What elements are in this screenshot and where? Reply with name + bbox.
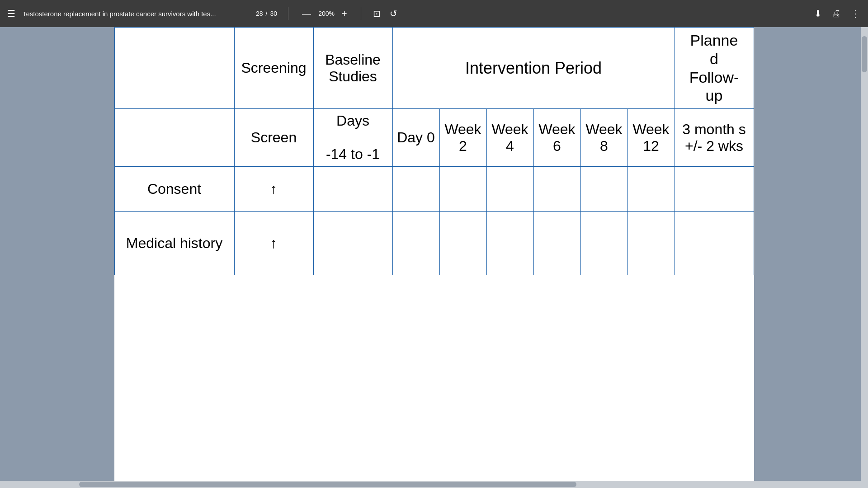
fit-page-button[interactable]: ⊡ <box>372 7 382 20</box>
medical-history-day0 <box>392 212 439 275</box>
page-separator: / <box>266 10 268 17</box>
divider-1 <box>288 7 288 20</box>
consent-day0 <box>392 167 439 212</box>
header2-screen: Screen <box>234 109 313 167</box>
page-navigation: 28 / 30 <box>256 10 277 17</box>
pdf-viewer: Screening Baseline Studies Intervention … <box>0 27 868 488</box>
header2-planned: 3 month s +/- 2 wks <box>675 109 754 167</box>
consent-week6 <box>533 167 580 212</box>
consent-week12 <box>627 167 675 212</box>
medical-history-week6 <box>533 212 580 275</box>
header2-col1 <box>114 109 234 167</box>
toolbar: ☰ Testosterone replacement in prostate c… <box>0 0 868 27</box>
medical-history-planned <box>675 212 754 275</box>
document-title: Testosterone replacement in prostate can… <box>23 10 249 18</box>
consent-planned <box>675 167 754 212</box>
consent-screening-arrow: ↑ <box>234 167 313 212</box>
zoom-out-button[interactable]: — <box>299 8 314 19</box>
header2-week12: Week 12 <box>627 109 675 167</box>
header-row-2: Screen Days-14 to -1 Day 0 Week 2 Week 4… <box>114 109 754 167</box>
medical-history-baseline <box>313 212 392 275</box>
header2-days: Days-14 to -1 <box>313 109 392 167</box>
print-button[interactable]: 🖨 <box>831 8 842 20</box>
schedule-table: Screening Baseline Studies Intervention … <box>114 27 754 275</box>
download-button[interactable]: ⬇ <box>813 7 823 20</box>
medical-history-screening-arrow: ↑ <box>234 212 313 275</box>
header1-screening: Screening <box>234 28 313 109</box>
header2-week6: Week 6 <box>533 109 580 167</box>
page-total: 30 <box>270 10 277 17</box>
consent-week4 <box>486 167 533 212</box>
header2-week4: Week 4 <box>486 109 533 167</box>
consent-baseline <box>313 167 392 212</box>
medical-history-week2 <box>439 212 486 275</box>
consent-row: Consent ↑ <box>114 167 754 212</box>
toolbar-right: ⬇ 🖨 ⋮ <box>813 7 861 20</box>
medical-history-week4 <box>486 212 533 275</box>
consent-week8 <box>580 167 627 212</box>
header1-col1 <box>114 28 234 109</box>
medical-history-row: Medical history ↑ <box>114 212 754 275</box>
medical-history-week12 <box>627 212 675 275</box>
horizontal-scrollbar[interactable] <box>0 481 868 488</box>
horizontal-scrollbar-thumb[interactable] <box>79 482 576 487</box>
document-page: Screening Baseline Studies Intervention … <box>114 27 754 488</box>
more-options-button[interactable]: ⋮ <box>850 7 861 20</box>
consent-label: Consent <box>114 167 234 212</box>
header2-week2: Week 2 <box>439 109 486 167</box>
zoom-in-button[interactable]: + <box>339 8 350 19</box>
vertical-scrollbar[interactable] <box>861 27 868 488</box>
menu-icon[interactable]: ☰ <box>7 8 15 19</box>
medical-history-label: Medical history <box>114 212 234 275</box>
consent-week2 <box>439 167 486 212</box>
header-row-1: Screening Baseline Studies Intervention … <box>114 28 754 109</box>
header2-week8: Week 8 <box>580 109 627 167</box>
header1-baseline: Baseline Studies <box>313 28 392 109</box>
zoom-value: 200% <box>316 10 336 17</box>
header1-planned: PlannedFollow-up <box>675 28 754 109</box>
zoom-controls: — 200% + <box>299 8 350 19</box>
rotate-button[interactable]: ↺ <box>389 7 398 20</box>
vertical-scrollbar-thumb[interactable] <box>862 36 867 72</box>
divider-2 <box>361 7 361 20</box>
header1-intervention: Intervention Period <box>392 28 675 109</box>
medical-history-week8 <box>580 212 627 275</box>
header2-day0: Day 0 <box>392 109 439 167</box>
page-current: 28 <box>256 10 263 17</box>
